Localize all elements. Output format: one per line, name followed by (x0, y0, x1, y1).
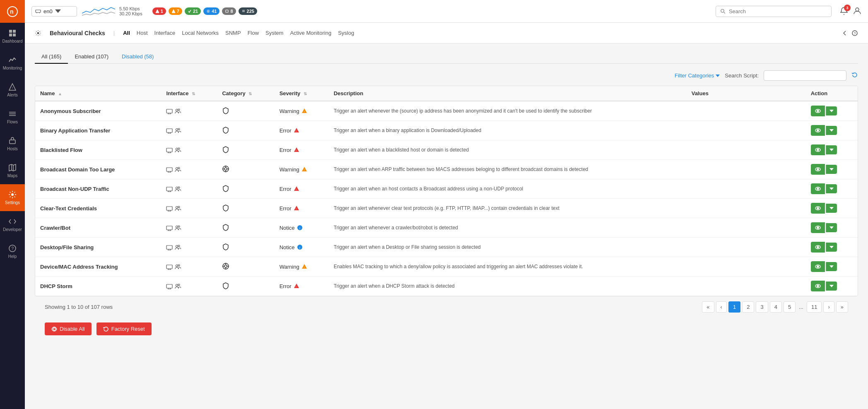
pagination-next[interactable]: › (823, 301, 834, 313)
col-severity[interactable]: Severity ⇅ (275, 86, 329, 101)
sidebar-item-hosts[interactable]: Hosts (0, 130, 25, 157)
toggle-button[interactable] (811, 242, 825, 253)
pagination-page-2[interactable]: 2 (742, 301, 754, 313)
users-icon (174, 263, 181, 270)
search-box[interactable] (716, 6, 832, 17)
disable-all-button[interactable]: Disable All (45, 322, 92, 335)
cell-values (687, 257, 806, 277)
svg-point-25 (721, 9, 724, 12)
pagination-first[interactable]: « (702, 301, 714, 313)
refresh-button[interactable] (851, 72, 858, 79)
sidebar-item-developer[interactable]: Developer (0, 211, 25, 238)
warning-icon: ! (301, 264, 307, 269)
cell-category (217, 257, 274, 277)
badge-alerts-8[interactable]: 8 (222, 7, 236, 15)
search-script-input[interactable] (764, 70, 846, 81)
pagination-page-4[interactable]: 4 (770, 301, 782, 313)
search-input[interactable] (729, 8, 827, 14)
dropdown-icon (829, 265, 834, 269)
users-icon (174, 224, 181, 231)
action-menu-button[interactable] (826, 165, 837, 174)
toggle-button[interactable] (811, 164, 825, 175)
badge-alerts-41[interactable]: i 41 (203, 7, 219, 15)
factory-reset-button[interactable]: Factory Reset (96, 322, 152, 335)
host-icon (166, 224, 173, 231)
svg-point-29 (37, 32, 39, 34)
sidebar-item-settings[interactable]: Settings (0, 184, 25, 211)
svg-rect-17 (36, 10, 41, 12)
nav-link-syslog[interactable]: Syslog (338, 29, 354, 37)
back-icon[interactable] (841, 30, 848, 36)
action-menu-button[interactable] (826, 243, 837, 252)
nav-link-all[interactable]: All (123, 29, 130, 37)
svg-rect-4 (9, 34, 12, 36)
table-row: Broadcast Non-UDP Traffic Error !Trigger… (35, 179, 858, 199)
col-category[interactable]: Category ⇅ (217, 86, 274, 101)
toggle-button[interactable] (811, 261, 825, 272)
interface-selector[interactable]: en0 (31, 6, 77, 17)
nav-link-host[interactable]: Host (137, 29, 148, 37)
nav-link-flow[interactable]: Flow (248, 29, 259, 37)
action-menu-button[interactable] (826, 145, 837, 154)
action-menu-button[interactable] (826, 281, 837, 291)
nav-link-interface[interactable]: Interface (154, 29, 176, 37)
cell-values (687, 101, 806, 121)
tab-disabled[interactable]: Disabled (58) (115, 50, 160, 64)
pagination-last[interactable]: » (836, 301, 848, 313)
eye-icon (815, 244, 821, 250)
badge-alerts-21[interactable]: 21 (185, 7, 201, 15)
pagination-page-1[interactable]: 1 (728, 301, 740, 313)
sidebar-item-maps[interactable]: Maps (0, 157, 25, 184)
pagination-page-3[interactable]: 3 (756, 301, 768, 313)
filter-categories-button[interactable]: Filter Categories (675, 72, 720, 79)
svg-point-43 (817, 130, 819, 131)
svg-rect-68 (166, 207, 172, 210)
nav-link-local-networks[interactable]: Local Networks (182, 29, 219, 37)
sidebar-item-alerts[interactable]: ! Alerts (0, 77, 25, 103)
host-icon (166, 127, 173, 134)
pagination-last-page[interactable]: 11 (807, 301, 822, 313)
badge-alerts-1[interactable]: 1 (152, 7, 166, 15)
dropdown-icon (829, 284, 834, 288)
badge-alerts-7[interactable]: 7 (169, 7, 182, 15)
nav-link-snmp[interactable]: SNMP (225, 29, 241, 37)
help-icon[interactable]: ? (851, 30, 858, 36)
action-menu-button[interactable] (826, 262, 837, 271)
sidebar-item-flows[interactable]: Flows (0, 103, 25, 130)
nav-link-system[interactable]: System (265, 29, 283, 37)
tab-enabled[interactable]: Enabled (107) (68, 50, 115, 64)
cell-description: Trigger an alert whenever a crawler/bot/… (329, 218, 687, 238)
sidebar-item-help[interactable]: ? Help (0, 238, 25, 265)
toggle-button[interactable] (811, 222, 825, 233)
action-menu-button[interactable] (826, 223, 837, 232)
action-menu-button[interactable] (826, 204, 837, 213)
toggle-button[interactable] (811, 106, 825, 116)
action-menu-button[interactable] (826, 106, 837, 115)
toggle-button[interactable] (811, 281, 825, 291)
pagination-page-5[interactable]: 5 (784, 301, 796, 313)
toggle-button[interactable] (811, 144, 825, 155)
svg-point-14 (11, 193, 14, 196)
check-icon (188, 9, 192, 13)
cell-description: Trigger an alert when ARP traffic betwee… (329, 160, 687, 179)
toggle-button[interactable] (811, 125, 825, 136)
user-menu-button[interactable] (853, 7, 861, 16)
dropdown-icon (829, 226, 834, 230)
pagination-prev[interactable]: ‹ (716, 301, 727, 313)
reset-icon (103, 326, 109, 332)
action-menu-button[interactable] (826, 126, 837, 135)
col-name[interactable]: Name ▲ (35, 86, 161, 101)
toggle-button[interactable] (811, 183, 825, 194)
sidebar-item-dashboard[interactable]: Dashboard (0, 23, 25, 50)
toggle-button[interactable] (811, 203, 825, 214)
badge-alerts-225[interactable]: 225 (239, 7, 257, 15)
action-menu-button[interactable] (826, 184, 837, 193)
svg-point-106 (53, 328, 55, 330)
notifications-button[interactable]: 3 (840, 7, 848, 16)
col-interface[interactable]: Interface ⇅ (161, 86, 217, 101)
nav-link-active-monitoring[interactable]: Active Monitoring (290, 29, 331, 37)
app-logo[interactable]: n (0, 0, 25, 23)
sidebar-item-monitoring[interactable]: Monitoring (0, 50, 25, 77)
svg-point-99 (817, 266, 819, 267)
tab-all[interactable]: All (165) (35, 50, 68, 64)
